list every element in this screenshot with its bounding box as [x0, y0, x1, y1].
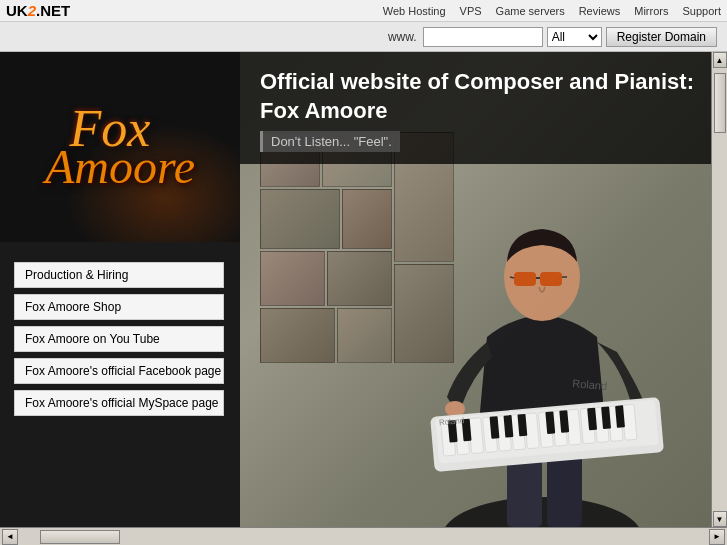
nav-game-servers[interactable]: Game servers	[496, 5, 565, 17]
register-domain-button[interactable]: Register Domain	[606, 27, 717, 47]
svg-rect-8	[540, 272, 562, 286]
nav-production-hiring[interactable]: Production & Hiring	[14, 262, 224, 288]
h-scroll-thumb[interactable]	[40, 530, 120, 544]
nav-facebook[interactable]: Fox Amoore's official Facebook page	[14, 358, 224, 384]
www-label: www.	[388, 30, 417, 44]
bottom-scrollbar: ◄ ►	[0, 527, 727, 545]
v-scroll-track[interactable]	[713, 68, 727, 511]
scroll-left-arrow[interactable]: ◄	[2, 529, 18, 545]
scroll-up-arrow[interactable]: ▲	[713, 52, 727, 68]
nav-youtube[interactable]: Fox Amoore on You Tube	[14, 326, 224, 352]
site-title: Official website of Composer and Pianist…	[260, 68, 707, 125]
nav-shop[interactable]: Fox Amoore Shop	[14, 294, 224, 320]
right-scrollbar: ▲ ▼	[711, 52, 727, 527]
svg-line-10	[510, 277, 514, 278]
logo-amoore-text: Amoore	[45, 143, 195, 191]
nav-myspace[interactable]: Fox Amoore's official MySpace page	[14, 390, 224, 416]
h-scroll-track[interactable]	[20, 529, 707, 545]
site-hero-logo: Fox Amoore	[0, 52, 240, 242]
svg-rect-7	[514, 272, 536, 286]
logo-uk: UK	[6, 2, 28, 19]
v-scroll-thumb[interactable]	[714, 73, 726, 133]
domain-input[interactable]	[423, 27, 543, 47]
top-bar: UK2.NET Web Hosting VPS Game servers Rev…	[0, 0, 727, 22]
scroll-right-arrow[interactable]: ►	[709, 529, 725, 545]
nav-mirrors[interactable]: Mirrors	[634, 5, 668, 17]
content-area: Roland	[240, 52, 727, 527]
logo-net: .NET	[36, 2, 70, 19]
header-text-overlay: Official website of Composer and Pianist…	[240, 52, 727, 164]
nav-vps[interactable]: VPS	[460, 5, 482, 17]
site-subtitle: Don't Listen... "Feel".	[260, 131, 400, 152]
top-navigation: Web Hosting VPS Game servers Reviews Mir…	[383, 5, 721, 17]
nav-links-container: Production & Hiring Fox Amoore Shop Fox …	[0, 252, 240, 426]
nav-web-hosting[interactable]: Web Hosting	[383, 5, 446, 17]
tld-select[interactable]: All .com .co.uk .net .org	[547, 27, 602, 47]
scroll-down-arrow[interactable]: ▼	[713, 511, 727, 527]
main-content: Fox Amoore Production & Hiring Fox Amoor…	[0, 52, 727, 527]
nav-support[interactable]: Support	[682, 5, 721, 17]
svg-rect-2	[547, 452, 582, 527]
sidebar: Fox Amoore Production & Hiring Fox Amoor…	[0, 52, 240, 527]
person-photo: Roland	[377, 157, 707, 527]
nav-reviews[interactable]: Reviews	[579, 5, 621, 17]
site-logo[interactable]: UK2.NET	[6, 2, 70, 19]
logo-two: 2	[28, 2, 36, 19]
domain-search-bar: www. All .com .co.uk .net .org Register …	[0, 22, 727, 52]
